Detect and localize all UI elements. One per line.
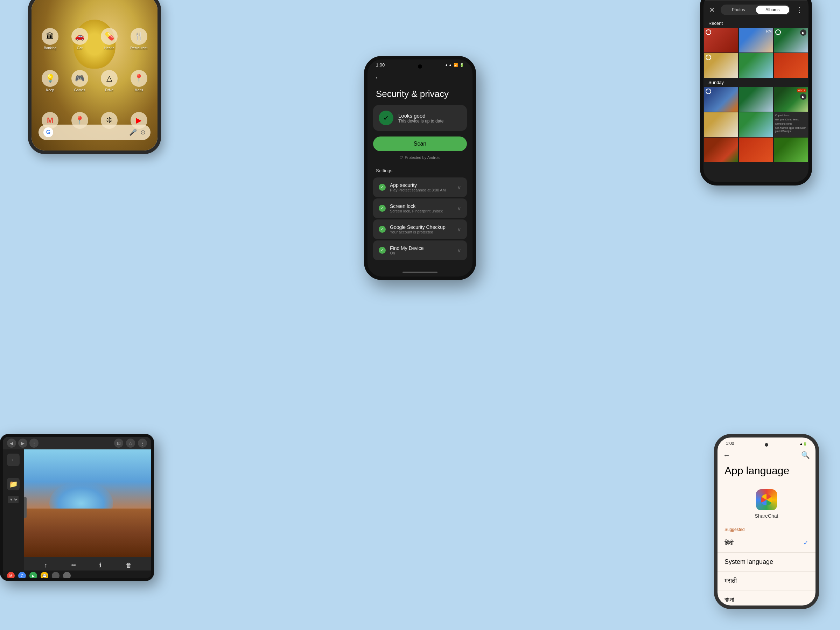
app-keep[interactable]: 💡 Keep xyxy=(38,70,62,92)
screen-lock-desc: Screen lock, Fingerprint unlock xyxy=(390,209,443,213)
chrome-taskbar-icon[interactable]: C xyxy=(18,572,26,579)
camera-notch xyxy=(418,65,422,69)
setting-screen-lock[interactable]: ✓ Screen lock Screen lock, Fingerprint u… xyxy=(373,199,467,218)
keep-label: Keep xyxy=(46,88,54,92)
scroll-handle[interactable] xyxy=(24,497,27,518)
setting-find-my-device[interactable]: ✓ Find My Device On ∨ xyxy=(373,240,467,260)
language-bangla[interactable]: বাংলা xyxy=(717,591,815,609)
shield-small-icon: 🛡 xyxy=(399,155,403,159)
star-icon[interactable]: ☆ xyxy=(126,439,135,448)
br-search-button[interactable]: 🔍 xyxy=(801,451,810,459)
hindi-label: हिंदी xyxy=(725,539,734,547)
screen-lock-chevron-icon: ∨ xyxy=(457,205,461,212)
restaurant-label: Restaurant xyxy=(130,46,147,50)
meet-taskbar-icon[interactable]: ▶ xyxy=(29,572,37,579)
language-hindi[interactable]: हिंदी ✓ xyxy=(717,534,815,553)
lens-icon[interactable]: ⊙ xyxy=(141,128,145,136)
protected-label: Protected by Android xyxy=(404,155,440,159)
language-marathi[interactable]: मराठी xyxy=(717,572,815,591)
app-maps[interactable]: 📍 Maps xyxy=(127,70,151,92)
sharechat-icon xyxy=(756,489,777,510)
app-banking[interactable]: 🏛 Banking xyxy=(38,28,62,50)
screen-lock-check-icon: ✓ xyxy=(379,205,386,212)
find-device-chevron-icon: ∨ xyxy=(457,247,461,254)
suggested-label: Suggested xyxy=(717,524,815,534)
folder-icon[interactable]: 📁 xyxy=(7,478,20,490)
hindi-check-icon: ✓ xyxy=(803,539,808,547)
folder-dropdown[interactable]: ▾ xyxy=(8,496,19,503)
shield-check-icon: ✓ xyxy=(379,111,393,125)
search-bar[interactable]: G 🎤 ⊙ xyxy=(38,125,150,140)
screen-lock-name: Screen lock xyxy=(390,203,443,209)
more-taskbar-icon[interactable]: ⋯ xyxy=(63,572,71,579)
app-health[interactable]: 💊 Health xyxy=(98,28,121,50)
app-games[interactable]: 🎮 Games xyxy=(68,70,92,92)
photo-sun-1[interactable] xyxy=(704,87,738,112)
find-device-desc: On xyxy=(390,251,423,255)
looks-good-title: Looks good xyxy=(398,113,444,118)
photo-thumb-6[interactable] xyxy=(774,53,808,78)
drive-icon: △ xyxy=(101,70,118,87)
tab-photos[interactable]: Photos xyxy=(722,6,755,14)
protected-text: 🛡 Protected by Android xyxy=(368,154,472,165)
phone-app-language: 1:00 ▲🔋 ← 🔍 App language xyxy=(714,434,819,609)
health-icon: 💊 xyxy=(101,28,118,45)
photo-thumb-5[interactable] xyxy=(739,53,773,78)
photo-sun-5[interactable] xyxy=(739,112,773,137)
games-icon: 🎮 xyxy=(71,70,88,87)
photo-thumb-2[interactable]: RM xyxy=(739,28,773,52)
cast-icon[interactable]: ⊡ xyxy=(114,439,123,448)
photo-sun-2[interactable] xyxy=(739,87,773,112)
options-icon[interactable]: ⋮ xyxy=(138,439,147,448)
apps-taskbar-icon[interactable]: ⋯ xyxy=(52,572,60,579)
chat-taskbar-icon[interactable]: 💬 xyxy=(41,572,48,579)
phone-security-privacy: 1:00 ▲▲ 📶 🔋 ← Security & privacy ✓ Looks… xyxy=(364,56,476,280)
previous-button[interactable]: ◀ xyxy=(7,439,16,448)
app-drive[interactable]: △ Drive xyxy=(98,70,121,92)
language-system[interactable]: System language xyxy=(717,553,815,572)
photo-sun-7[interactable] xyxy=(704,137,738,162)
delete-icon: 🗑 xyxy=(126,562,132,569)
photo-sun-6[interactable]: Copied items Get your iCloud items Samsu… xyxy=(774,112,808,137)
photo-sun-3[interactable]: 00:11 ▶ xyxy=(774,87,808,112)
close-button[interactable]: ✕ xyxy=(709,6,715,14)
find-device-name: Find My Device xyxy=(390,245,423,251)
info-icon: ℹ xyxy=(99,561,101,569)
mic-icon[interactable]: 🎤 xyxy=(129,128,137,136)
gmail-taskbar-icon[interactable]: M xyxy=(7,572,15,579)
br-back-button[interactable]: ← xyxy=(723,451,730,459)
system-language-label: System language xyxy=(725,558,773,565)
google-security-chevron-icon: ∨ xyxy=(457,226,461,233)
app-language-title: App language xyxy=(717,461,815,484)
app-car[interactable]: 🚗 Car xyxy=(68,28,92,50)
sunday-photo-grid: 00:11 ▶ Copied items Get your iCloud ite… xyxy=(704,87,808,162)
photo-thumb-4[interactable] xyxy=(704,53,738,78)
more-button[interactable]: ⋮ xyxy=(29,439,38,448)
maps-label: Maps xyxy=(135,88,143,92)
back-button[interactable]: ← xyxy=(368,70,472,85)
car-icon: 🚗 xyxy=(71,28,88,45)
tab-albums[interactable]: Albums xyxy=(756,6,789,14)
setting-app-security[interactable]: ✓ App security Play Protect scanned at 8… xyxy=(373,177,467,197)
photo-sun-4[interactable] xyxy=(704,112,738,137)
google-security-check-icon: ✓ xyxy=(379,226,386,233)
photo-sun-9[interactable] xyxy=(774,137,808,162)
back-nav-icon[interactable]: ← xyxy=(7,453,20,466)
tablet-files: ◀ ▶ ⋮ ⊡ ☆ ⋮ ← 📁 ▾ xyxy=(0,434,154,581)
more-options-icon[interactable]: ⋮ xyxy=(796,6,803,14)
banking-icon: 🏛 xyxy=(42,28,58,45)
app-security-chevron-icon: ∨ xyxy=(457,184,461,191)
time: 1:00 xyxy=(376,62,385,68)
home-indicator xyxy=(403,272,437,273)
photo-thumb-3[interactable]: ▶ xyxy=(774,28,808,52)
photo-sun-8[interactable] xyxy=(739,137,773,162)
photo-thumb-1[interactable] xyxy=(704,28,738,52)
app-restaurant[interactable]: 🍴 Restaurant xyxy=(127,28,151,50)
banking-label: Banking xyxy=(44,46,56,50)
br-top-bar: ← 🔍 xyxy=(717,449,815,461)
setting-google-security[interactable]: ✓ Google Security Checkup Your account i… xyxy=(373,219,467,239)
scan-button[interactable]: Scan xyxy=(373,136,467,151)
play-button[interactable]: ▶ xyxy=(18,439,27,448)
google-security-name: Google Security Checkup xyxy=(390,224,445,230)
tablet-photo-content xyxy=(24,449,151,557)
